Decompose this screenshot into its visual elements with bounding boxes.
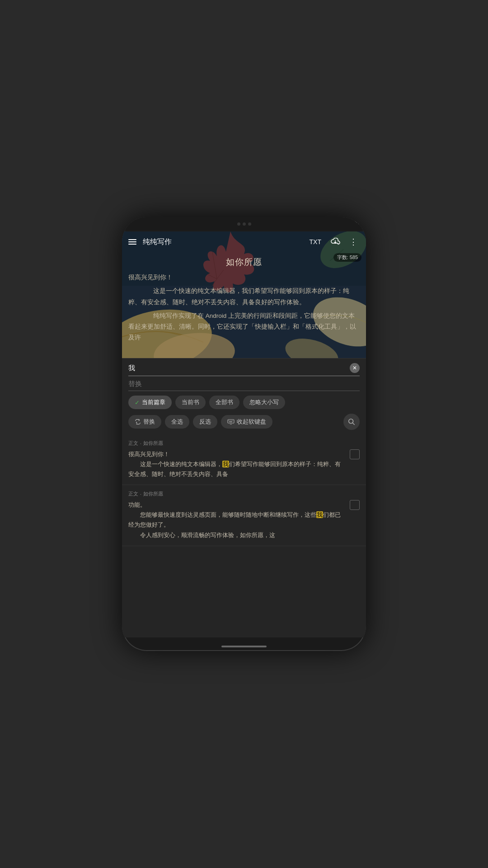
replace-icon (135, 419, 141, 425)
hide-keyboard-label: 收起软键盘 (237, 418, 266, 426)
scope-all-books[interactable]: 全部书 (209, 396, 239, 409)
scope-ignore-case[interactable]: 忽略大小写 (243, 396, 285, 409)
select-all-button[interactable]: 全选 (165, 415, 189, 429)
replace-input-row (128, 380, 360, 391)
scope-current-book-label: 当前书 (182, 398, 199, 406)
search-clear-button[interactable]: ✕ (350, 363, 360, 373)
scope-current-chapter-label: 当前篇章 (142, 398, 165, 406)
replace-label: 替换 (143, 418, 155, 426)
toolbar-right: TXT ⋮ (308, 235, 360, 249)
phone-frame: 上午8:16 (122, 217, 366, 651)
result-checkbox-1[interactable] (350, 449, 360, 459)
preview-para-2: 这是一个快速的纯文本编辑器，我们希望写作能够回到原本的样子：纯粹、有安全感、随时… (128, 286, 360, 308)
result-checkbox-2[interactable] (350, 500, 360, 510)
result-meta-chapter-1: 如你所愿 (143, 440, 163, 447)
camera-dot (237, 222, 240, 226)
search-go-button[interactable] (343, 414, 360, 430)
menu-button[interactable] (128, 239, 136, 245)
result-meta-prefix-2: 正文 (128, 491, 138, 497)
phone-inner: 上午8:16 (122, 217, 366, 651)
menu-line-2 (128, 241, 136, 242)
replace-button[interactable]: 替换 (128, 415, 161, 429)
preview-para-3: 纯纯写作实现了在 Android 上完美的行间距和段间距，它能够使您的文本看起来… (128, 311, 360, 344)
search-go-icon (348, 418, 355, 425)
search-input-row: ✕ (128, 363, 360, 376)
scope-current-chapter[interactable]: ✓ 当前篇章 (128, 396, 172, 409)
svg-line-16 (352, 423, 354, 425)
sensor-dot (248, 222, 251, 226)
scope-ignore-case-label: 忽略大小写 (249, 398, 279, 406)
menu-line-1 (128, 239, 136, 240)
result-item-2: 正文 · 如你所愿 功能。 您能够最快速度到达灵感页面，能够随时随地中断和继续写… (122, 485, 366, 546)
document-title: 如你所愿 (122, 256, 366, 268)
scope-current-book[interactable]: 当前书 (175, 396, 206, 409)
search-panel: ✕ ✓ 当前篇章 当前书 全部书 (122, 358, 366, 434)
svg-rect-9 (228, 420, 234, 423)
txt-button[interactable]: TXT (308, 236, 323, 247)
search-input[interactable] (128, 364, 350, 372)
notch-area (122, 217, 366, 231)
replace-input[interactable] (128, 380, 360, 387)
result-meta-dot-1: · (140, 441, 141, 446)
result-meta-prefix-1: 正文 (128, 440, 138, 447)
results-area: 正文 · 如你所愿 很高兴见到你！ 这是一个快速的纯文本编辑器，我们希望写作能够… (122, 434, 366, 637)
invert-select-button[interactable]: 反选 (193, 415, 217, 429)
more-button[interactable]: ⋮ (347, 235, 360, 249)
preview-para-1: 很高兴见到你！ (128, 272, 360, 283)
result-meta-chapter-2: 如你所愿 (143, 491, 163, 497)
cloud-button[interactable] (328, 236, 342, 248)
home-indicator (221, 646, 267, 647)
app-title: 纯纯写作 (143, 237, 172, 247)
result-item-1: 正文 · 如你所愿 很高兴见到你！ 这是一个快速的纯文本编辑器，我们希望写作能够… (122, 434, 366, 485)
app-container: 纯纯写作 TXT ⋮ 字数: 585 (122, 231, 366, 637)
toolbar-left: 纯纯写作 (128, 237, 172, 247)
result-text-1: 很高兴见到你！ 这是一个快速的纯文本编辑器，我们希望写作能够回到原本的样子：纯粹… (128, 449, 360, 479)
scope-buttons: ✓ 当前篇章 当前书 全部书 忽略大小写 (128, 396, 360, 409)
toolbar: 纯纯写作 TXT ⋮ (122, 231, 366, 252)
result-highlight-2: 我 (316, 511, 323, 518)
result-meta-1: 正文 · 如你所愿 (128, 440, 360, 447)
camera-dots (149, 222, 339, 226)
check-icon: ✓ (135, 399, 140, 406)
speaker-dot (243, 222, 246, 226)
header-image: 纯纯写作 TXT ⋮ 字数: 585 (122, 231, 366, 358)
invert-select-label: 反选 (199, 418, 211, 426)
result-meta-2: 正文 · 如你所愿 (128, 491, 360, 497)
result-meta-dot-2: · (140, 491, 141, 497)
result-text-2: 功能。 您能够最快速度到达灵感页面，能够随时随地中断和继续写作，这些我们都已经为… (128, 500, 360, 540)
menu-line-3 (128, 244, 136, 245)
hide-keyboard-button[interactable]: 收起软键盘 (221, 415, 272, 429)
result-highlight-1: 我 (222, 461, 229, 467)
scope-all-books-label: 全部书 (216, 398, 233, 406)
keyboard-icon (227, 419, 235, 425)
action-buttons: 替换 全选 反选 (128, 414, 360, 430)
document-preview: 很高兴见到你！ 这是一个快速的纯文本编辑器，我们希望写作能够回到原本的样子：纯粹… (128, 272, 360, 358)
select-all-label: 全选 (171, 418, 183, 426)
